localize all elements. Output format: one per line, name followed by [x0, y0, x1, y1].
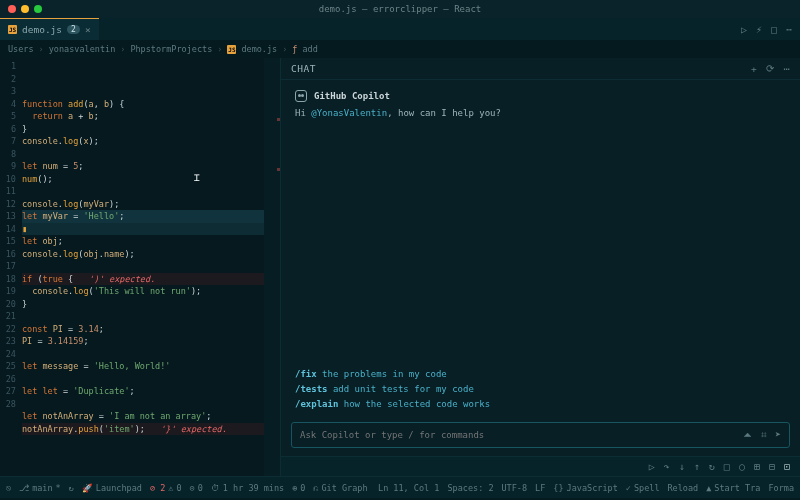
code-line[interactable]: } [22, 123, 264, 136]
run-icon[interactable]: ▷ [741, 24, 747, 35]
chat-message: Hi @YonasValentin, how can I help you? [295, 108, 786, 118]
chat-suggestion[interactable]: /fix the problems in my code [295, 367, 786, 382]
attach-icon[interactable]: ⌗ [761, 429, 767, 441]
eol[interactable]: LF [535, 483, 545, 493]
code-line[interactable]: let myVar = 'Hello'; [22, 210, 264, 223]
gutter: 1234567891011121314151617181920212223242… [0, 58, 22, 476]
chat-input[interactable] [300, 430, 743, 440]
time[interactable]: ⏱ 1 hr 39 mins [211, 483, 284, 493]
tab-label: demo.js [22, 24, 62, 35]
crumb[interactable]: Users [8, 44, 34, 54]
send-icon[interactable]: ➤ [775, 429, 781, 441]
problems[interactable]: ⊘ 2 ⚠ 0 [150, 483, 182, 493]
traffic-lights [8, 5, 42, 13]
launchpad[interactable]: 🚀 Launchpad [82, 483, 142, 493]
chat-suggestions: /fix the problems in my code/tests add u… [281, 367, 800, 418]
spell[interactable]: ✓ Spell [626, 483, 660, 493]
crumb[interactable]: yonasvalentin [49, 44, 116, 54]
layout-icon[interactable]: ⊡ [784, 461, 790, 472]
status-bar: ⎋ ⎇ main* ↻ 🚀 Launchpad ⊘ 2 ⚠ 0 ⊙ 0 ⏱ 1 … [0, 476, 800, 498]
code-line[interactable]: return a + b; [22, 110, 264, 123]
code-line[interactable] [22, 310, 264, 323]
crumb[interactable]: demo.js [241, 44, 277, 54]
editor-pane: 1234567891011121314151617181920212223242… [0, 58, 280, 476]
code-line[interactable]: let obj; [22, 235, 264, 248]
start-trace[interactable]: ▲ Start Tra [706, 483, 760, 493]
code-line[interactable]: console.log(x); [22, 135, 264, 148]
crumb[interactable]: PhpstormProjects [130, 44, 212, 54]
tab-actions: ▷ ⚡ □ ⋯ [741, 24, 800, 35]
tab-badge: 2 [67, 25, 80, 34]
close-tab-icon[interactable]: × [85, 24, 91, 35]
chat-title: GitHub Copilot [314, 91, 390, 101]
chat-suggestion[interactable]: /explain how the selected code works [295, 397, 786, 412]
code-line[interactable] [22, 260, 264, 273]
cursor-pos[interactable]: Ln 11, Col 1 [378, 483, 439, 493]
code-line[interactable] [22, 185, 264, 198]
more-icon[interactable]: ⋯ [786, 24, 792, 35]
code-line[interactable]: let num = 5; [22, 160, 264, 173]
remote-icon[interactable]: ⎋ [6, 483, 11, 493]
code-line[interactable]: console.log(myVar); [22, 198, 264, 211]
titlebar: demo.js — errorclipper — React [0, 0, 800, 18]
git-graph[interactable]: ⎌ Git Graph [313, 483, 367, 493]
sync-icon[interactable]: ↻ [69, 483, 74, 493]
minimize-icon[interactable] [21, 5, 29, 13]
ports[interactable]: ⊙ 0 [190, 483, 203, 493]
tool-icon[interactable]: ⊟ [769, 461, 775, 472]
more-icon[interactable]: ⋯ [784, 63, 790, 74]
close-icon[interactable] [8, 5, 16, 13]
breakpoint-icon[interactable]: ◯ [739, 461, 745, 472]
window-title: demo.js — errorclipper — React [319, 4, 482, 14]
step-into-icon[interactable]: ↓ [679, 461, 685, 472]
code-line[interactable]: let let = 'Duplicate'; [22, 385, 264, 398]
code-line[interactable]: num(); [22, 173, 264, 186]
chat-tab[interactable]: CHAT [291, 63, 316, 74]
debug-icon[interactable]: ⚡ [756, 24, 762, 35]
restart-icon[interactable]: ↻ [709, 461, 715, 472]
code-line[interactable]: notAnArray.push('item'); '}' expected. [22, 423, 264, 436]
step-out-icon[interactable]: ↑ [694, 461, 700, 472]
code-content[interactable]: Ꮖ function add(a, b) { return a + b;}con… [22, 58, 264, 476]
code-line[interactable]: console.log('This will not run'); [22, 285, 264, 298]
chat-input-box[interactable]: ⏶ ⌗ ➤ [291, 422, 790, 448]
code-line[interactable] [22, 373, 264, 386]
code-line[interactable] [22, 348, 264, 361]
code-line[interactable]: console.log(obj.name); [22, 248, 264, 261]
code-line[interactable]: PI = 3.14159; [22, 335, 264, 348]
code-line[interactable]: if (true { ')' expected. [22, 273, 264, 286]
code-line[interactable]: let message = 'Hello, World!' [22, 360, 264, 373]
code-line[interactable]: let notAnArray = 'I am not an array'; [22, 410, 264, 423]
indent[interactable]: Spaces: 2 [447, 483, 493, 493]
history-icon[interactable]: ⟳ [766, 63, 775, 74]
reload[interactable]: Reload [668, 483, 699, 493]
code-line[interactable] [22, 148, 264, 161]
stop-icon[interactable]: □ [724, 461, 730, 472]
code-line[interactable]: } [22, 298, 264, 311]
tool-icon[interactable]: ⊞ [754, 461, 760, 472]
step-over-icon[interactable]: ↷ [664, 461, 670, 472]
format[interactable]: Forma [768, 483, 794, 493]
continue-icon[interactable]: ▷ [649, 461, 655, 472]
chat-suggestion[interactable]: /tests add unit tests for my code [295, 382, 786, 397]
language[interactable]: {} JavaScript [553, 483, 617, 493]
breadcrumb: Users› yonasvalentin› PhpstormProjects› … [0, 40, 800, 58]
code-line[interactable] [22, 435, 264, 448]
maximize-icon[interactable] [34, 5, 42, 13]
crumb[interactable]: add [302, 44, 317, 54]
minimap[interactable] [264, 58, 280, 476]
copilot-icon [295, 90, 307, 102]
tab-bar: JS demo.js 2 × ▷ ⚡ □ ⋯ [0, 18, 800, 40]
chat-pane: CHAT + ⟳ ⋯ GitHub Copilot Hi @YonasValen… [280, 58, 800, 476]
split-icon[interactable]: □ [771, 24, 777, 35]
branch[interactable]: ⎇ main* [19, 483, 61, 493]
code-line[interactable] [22, 398, 264, 411]
encoding[interactable]: UTF-8 [502, 483, 528, 493]
port-forward[interactable]: ⊕ 0 [292, 483, 305, 493]
code-line[interactable]: const PI = 3.14; [22, 323, 264, 336]
tab-demo-js[interactable]: JS demo.js 2 × [0, 18, 99, 40]
code-line[interactable]: function add(a, b) { [22, 98, 264, 111]
code-line[interactable]: ▮ [22, 223, 264, 236]
mic-icon[interactable]: ⏶ [743, 429, 753, 441]
add-icon[interactable]: + [751, 63, 757, 74]
